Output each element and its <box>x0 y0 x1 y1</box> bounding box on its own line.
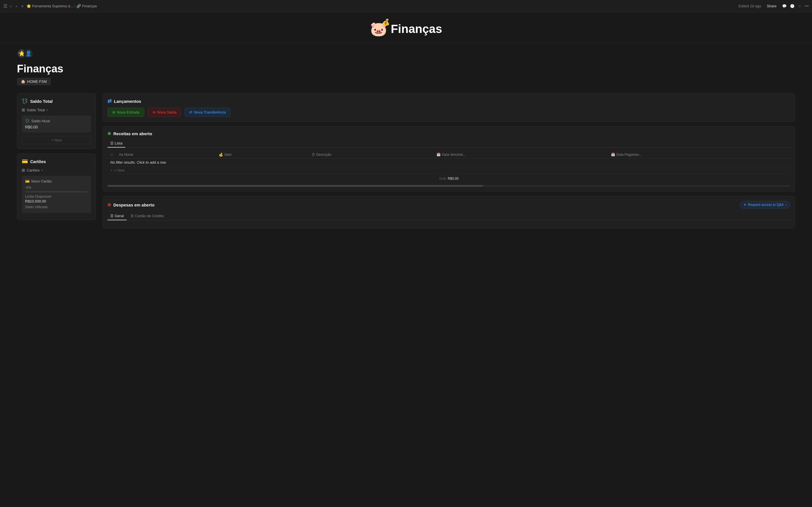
topbar-right: Edited 2d ago Share 💬 🕐 ☆ ••• <box>739 3 809 9</box>
saldo-card-header: 💱 Saldo Atual <box>25 119 88 123</box>
cartoes-chevron-icon: ▾ <box>42 169 43 172</box>
entrada-label: Nova Entrada <box>117 110 140 114</box>
nav-back-button[interactable]: ‹ <box>9 3 13 9</box>
saldo-new-button[interactable]: + New <box>22 136 91 144</box>
share-button[interactable]: Share <box>765 3 779 9</box>
cartao-item-header: 💳 Novo Cartão <box>25 179 88 183</box>
cartoes-view-selector[interactable]: ⊞ Cartões ▾ <box>22 168 91 172</box>
main-content: 💱 Saldo Total ⊞ Saldo Total ▾ 💱 Saldo At… <box>0 88 812 234</box>
receitas-title: Receitas em aberto <box>113 131 152 136</box>
breadcrumb-separator: / <box>74 4 75 8</box>
cartao-limite-label: Limite Disponível: <box>25 194 88 199</box>
cartoes-grid-icon: ⊞ <box>22 168 25 172</box>
despesas-title: Despesas em aberto <box>113 203 154 207</box>
col-descricao: ☰Descrição <box>309 151 434 159</box>
nova-entrada-button[interactable]: ⊕ Nova Entrada <box>107 108 144 117</box>
tab-lista-label: Lista <box>115 141 122 145</box>
tab-geral[interactable]: ☰ Geral <box>107 212 126 220</box>
page-title: Finanças <box>17 63 795 75</box>
col-valor: 💰Valor <box>216 151 309 159</box>
breadcrumb-label-1: Ferramenta Suprema d... <box>32 4 73 8</box>
cartao-limite-value: R$10,000.00 <box>25 199 88 203</box>
chevron-down-icon: ▾ <box>47 108 48 112</box>
favorite-icon[interactable]: ☆ <box>798 4 801 8</box>
breadcrumb-item-2[interactable]: 🔗 Finanças <box>77 4 97 8</box>
breadcrumb-icon-1: 🌟 <box>27 4 31 8</box>
cartoes-title: Cartões <box>30 159 46 164</box>
saldo-total-view-selector[interactable]: ⊞ Saldo Total ▾ <box>22 108 91 112</box>
col-nome: AaNome <box>116 151 216 159</box>
lancamentos-section: ⇄ Lançamentos ⊕ Nova Entrada ⊖ Nova Saíd… <box>103 93 795 122</box>
page-title-area: Finanças 🏠 HOME FSM <box>0 58 812 88</box>
col-check: ☑ <box>107 151 116 159</box>
tab-geral-icon: ☰ <box>110 214 114 218</box>
scroll-track[interactable] <box>107 185 790 187</box>
transf-label: Nova Transferência <box>194 110 226 114</box>
scroll-thumb <box>107 185 483 187</box>
tab-cartao-credito[interactable]: ☰ Cartão de Crédito <box>128 212 167 220</box>
cartao-item-title: Novo Cartão <box>31 179 52 183</box>
data-venc-col-icon: 📅 <box>437 153 441 157</box>
receitas-section: ⊕ Receitas em aberto ☰ Lista ☑ AaNome 💰V… <box>103 126 795 191</box>
receitas-table: ☑ AaNome 💰Valor ☰Descrição 📅Data Vencime… <box>107 151 790 166</box>
grid-icon: ⊞ <box>22 108 25 112</box>
left-column: 💱 Saldo Total ⊞ Saldo Total ▾ 💱 Saldo At… <box>17 93 96 228</box>
request-access-button[interactable]: ✦ Request access to Q&A › <box>740 201 790 209</box>
saldo-value: R$0.00 <box>25 125 88 129</box>
cartao-item-icon: 💳 <box>25 179 30 183</box>
lancamentos-title: Lançamentos <box>114 99 141 104</box>
comment-icon[interactable]: 💬 <box>782 4 786 8</box>
menu-icon[interactable]: ☰ <box>3 3 7 9</box>
receitas-new-row[interactable]: + + New <box>107 166 790 174</box>
despesas-section: ⊖ Despesas em aberto ✦ Request access to… <box>103 196 795 228</box>
despesas-icon: ⊖ <box>107 202 111 207</box>
cartoes-section: 💳 Cartões ⊞ Cartões ▾ 💳 Novo Cartão -0% … <box>17 154 96 220</box>
descricao-col-icon: ☰ <box>312 153 315 157</box>
avatar-2[interactable]: 👤 <box>24 49 33 58</box>
history-icon[interactable]: 🕐 <box>790 4 795 8</box>
request-access-chevron: › <box>785 203 786 207</box>
transf-icon: ⇄ <box>189 110 192 114</box>
cartao-saldo-label: Saldo Utilizado: <box>25 205 88 209</box>
nova-saida-button[interactable]: ⊖ Nova Saída <box>148 108 181 117</box>
col-data-pagamento: 📅Data Pagamen... <box>608 151 790 159</box>
cartao-progress-bar <box>25 191 88 192</box>
home-fsm-button[interactable]: 🏠 HOME FSM <box>17 78 51 86</box>
entrada-icon: ⊕ <box>112 110 115 114</box>
request-access-icon: ✦ <box>744 203 746 207</box>
receitas-tabs: ☰ Lista <box>107 139 790 148</box>
receitas-header: ⊕ Receitas em aberto <box>107 131 790 136</box>
valor-col-icon: 💰 <box>219 153 223 157</box>
page-banner: 🐷💰 Finanças <box>0 12 812 43</box>
user-icon-cluster: ⭐ 👤 <box>17 49 795 58</box>
edited-label: Edited 2d ago <box>739 4 761 8</box>
more-options-icon[interactable]: ••• <box>805 4 809 8</box>
lancamentos-buttons: ⊕ Nova Entrada ⊖ Nova Saída ⇄ Nova Trans… <box>107 108 790 117</box>
lancamentos-header: ⇄ Lançamentos <box>107 98 790 104</box>
topbar-left: ☰ ‹ › + 🌟 Ferramenta Suprema d... / 🔗 Fi… <box>3 3 736 9</box>
saida-label: Nova Saída <box>157 110 176 114</box>
breadcrumb-item-1[interactable]: 🌟 Ferramenta Suprema d... <box>27 4 73 8</box>
despesas-header-row: ⊖ Despesas em aberto ✦ Request access to… <box>107 201 790 209</box>
new-row-icon: + <box>110 168 112 172</box>
nav-forward-button[interactable]: › <box>14 3 18 9</box>
nome-col-icon: Aa <box>119 153 123 157</box>
request-access-label: Request access to Q&A <box>748 203 784 207</box>
saldo-card-title: Saldo Atual <box>31 119 50 123</box>
topbar: ☰ ‹ › + 🌟 Ferramenta Suprema d... / 🔗 Fi… <box>0 0 812 12</box>
home-btn-label: HOME FSM <box>27 79 47 83</box>
despesas-header: ⊖ Despesas em aberto <box>107 202 154 207</box>
saldo-total-icon: 💱 <box>22 98 28 104</box>
tab-lista[interactable]: ☰ Lista <box>107 139 125 148</box>
col-data-vencimento: 📅Data Vencime... <box>434 151 608 159</box>
cartoes-view-label: Cartões <box>27 168 40 172</box>
nova-transferencia-button[interactable]: ⇄ Nova Transferência <box>185 108 231 117</box>
banner-title-row: 🐷💰 Finanças <box>370 21 442 37</box>
saldo-atual-card: 💱 Saldo Atual R$0.00 <box>22 115 91 133</box>
table-header-row: ☑ AaNome 💰Valor ☰Descrição 📅Data Vencime… <box>107 151 790 159</box>
tab-cartao-label: Cartão de Crédito <box>135 214 164 218</box>
home-icon: 🏠 <box>21 79 26 83</box>
nav-add-button[interactable]: + <box>20 3 25 9</box>
user-icons-area: ⭐ 👤 <box>0 43 812 58</box>
no-results-message: No filter results. Click to add a row. <box>107 159 790 166</box>
